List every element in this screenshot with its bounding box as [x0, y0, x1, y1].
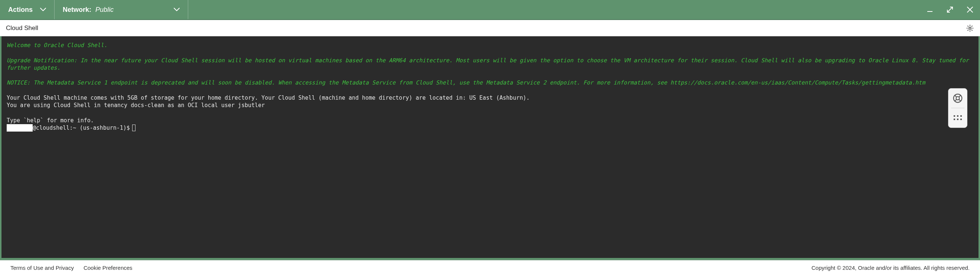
close-button[interactable]	[960, 0, 980, 19]
svg-rect-13	[957, 115, 958, 117]
helper-widget	[948, 88, 967, 128]
storage-info: Your Cloud Shell machine comes with 5GB …	[7, 94, 973, 101]
svg-line-8	[955, 95, 957, 97]
motd-upgrade-notice: Upgrade Notification: In the near future…	[7, 57, 973, 72]
maximize-button[interactable]	[940, 0, 960, 19]
cloudshell-titlebar: Cloud Shell	[0, 20, 980, 36]
svg-line-1	[950, 7, 953, 9]
chevron-down-icon	[40, 8, 46, 11]
svg-line-2	[947, 9, 950, 12]
svg-line-9	[959, 95, 961, 97]
svg-rect-12	[954, 115, 955, 117]
apps-grid-button[interactable]	[950, 111, 965, 125]
actions-label: Actions	[8, 6, 33, 14]
cookie-prefs-link[interactable]: Cookie Preferences	[84, 265, 132, 271]
motd-welcome: Welcome to Oracle Cloud Shell.	[7, 41, 973, 49]
panel-title: Cloud Shell	[6, 24, 38, 32]
svg-rect-16	[957, 119, 958, 120]
network-dropdown[interactable]: Network: Public	[54, 0, 188, 19]
terminal[interactable]: Welcome to Oracle Cloud Shell. Upgrade N…	[2, 36, 978, 258]
footer: Terms of Use and Privacy Cookie Preferen…	[0, 260, 980, 275]
svg-rect-17	[960, 119, 962, 120]
svg-rect-15	[954, 119, 955, 120]
minimize-button[interactable]	[920, 0, 940, 19]
help-hint: Type `help` for more info.	[7, 117, 973, 124]
tenancy-info: You are using Cloud Shell in tenancy doc…	[7, 101, 973, 109]
svg-line-11	[959, 100, 961, 101]
settings-button[interactable]	[966, 24, 974, 32]
actions-dropdown[interactable]: Actions	[0, 0, 54, 19]
cloudshell-toolbar: Actions Network: Public	[0, 0, 980, 20]
terms-link[interactable]: Terms of Use and Privacy	[10, 265, 74, 271]
redacted-username	[7, 124, 33, 131]
copyright-text: Copyright © 2024, Oracle and/or its affi…	[811, 265, 970, 271]
terminal-container: Welcome to Oracle Cloud Shell. Upgrade N…	[0, 36, 980, 260]
motd-metadata-notice: NOTICE: The Metadata Service 1 endpoint …	[7, 79, 973, 86]
svg-point-7	[956, 97, 959, 100]
svg-line-10	[955, 100, 957, 101]
prompt-text: @cloudshell:~ (us-ashburn-1)$	[33, 124, 130, 131]
cursor-icon	[132, 125, 135, 131]
svg-point-5	[969, 27, 971, 29]
svg-rect-14	[960, 115, 962, 117]
help-lifebuoy-button[interactable]	[950, 91, 965, 106]
network-value: Public	[95, 6, 114, 13]
network-label: Network:	[63, 6, 91, 13]
chevron-down-icon	[174, 8, 180, 11]
prompt-line: @cloudshell:~ (us-ashburn-1)$	[7, 124, 973, 131]
